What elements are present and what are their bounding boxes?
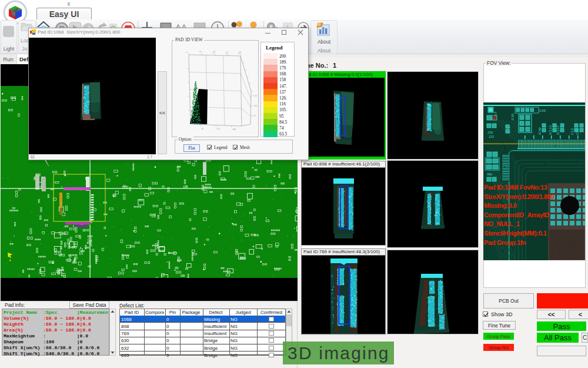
svg-text:StencilHeight(MM):0.1: StencilHeight(MM):0.1	[484, 230, 547, 237]
svg-text:153: 153	[253, 94, 257, 97]
svg-text:Pad Group:1fn: Pad Group:1fn	[484, 239, 526, 246]
svg-text:SizeX/Y(mm):0.200/1.800: SizeX/Y(mm):0.200/1.800	[484, 193, 554, 200]
svg-text:113: 113	[489, 135, 494, 138]
svg-text:ComponentID_ArrayID: ComponentID_ArrayID	[484, 211, 549, 218]
svg-text:Pad ID:1068 FovNo:13: Pad ID:1068 FovNo:13	[484, 184, 547, 191]
svg-text:96b: 96b	[487, 173, 492, 176]
svg-text:75: 75	[198, 50, 202, 54]
svg-text:C45: C45	[539, 109, 546, 112]
svg-text:150: 150	[487, 131, 493, 134]
svg-text:87: 87	[253, 114, 256, 117]
svg-text:225: 225	[224, 51, 229, 55]
svg-text:NO_NULL_1: NO_NULL_1	[484, 220, 520, 227]
svg-text:R45: R45	[511, 113, 514, 120]
svg-text:150: 150	[211, 50, 216, 55]
svg-text:50: 50	[201, 127, 203, 130]
svg-text:C22: C22	[576, 128, 579, 135]
svg-text:Missing:0.0: Missing:0.0	[484, 202, 517, 209]
svg-text:IC133: IC133	[549, 125, 552, 135]
svg-text:200: 200	[232, 128, 236, 131]
svg-text:120: 120	[253, 104, 257, 107]
svg-text:300: 300	[237, 51, 242, 55]
svg-text:C13: C13	[570, 128, 574, 135]
svg-text:125: 125	[216, 127, 220, 130]
svg-text:IC49: IC49	[538, 127, 542, 135]
svg-text:L2: L2	[493, 111, 497, 115]
svg-text:0: 0	[185, 51, 188, 54]
svg-text:IC147: IC147	[556, 125, 560, 135]
